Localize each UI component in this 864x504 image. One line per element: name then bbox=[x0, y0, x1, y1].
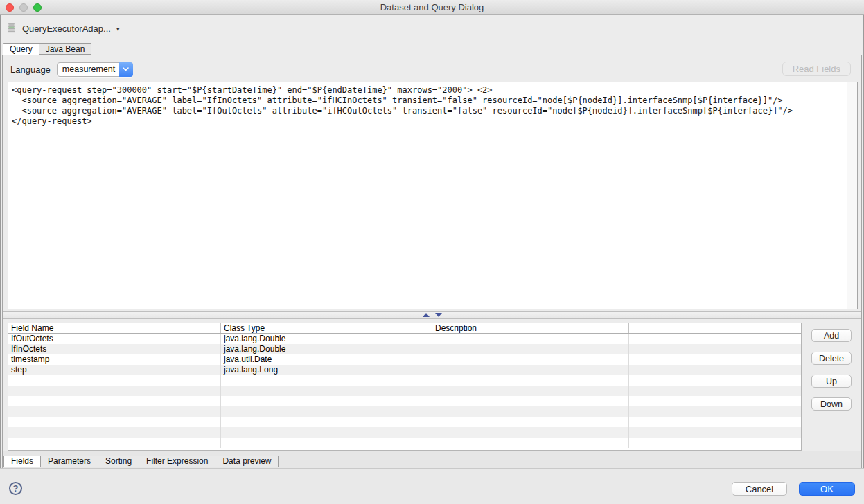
table-row bbox=[8, 417, 801, 427]
table-cell bbox=[629, 365, 801, 375]
table-cell bbox=[432, 354, 629, 365]
down-button[interactable]: Down bbox=[811, 397, 852, 411]
table-cell bbox=[432, 417, 629, 427]
column-header-extra[interactable] bbox=[629, 323, 801, 333]
table-cell bbox=[432, 427, 629, 438]
table-cell bbox=[629, 427, 801, 438]
query-text-area[interactable]: <query-request step="300000" start="$P{s… bbox=[8, 82, 858, 309]
cancel-button[interactable]: Cancel bbox=[732, 482, 787, 496]
table-cell bbox=[221, 406, 432, 417]
table-cell: java.util.Date bbox=[221, 354, 432, 365]
zoom-window-button[interactable] bbox=[33, 3, 42, 12]
table-cell bbox=[221, 417, 432, 427]
table-row bbox=[8, 427, 801, 438]
title-bar: Dataset and Query Dialog bbox=[0, 0, 864, 15]
tab-parameters[interactable]: Parameters bbox=[41, 456, 98, 467]
top-tab-bar: QueryJava Bean bbox=[3, 43, 91, 55]
table-cell bbox=[221, 396, 432, 406]
table-cell bbox=[629, 396, 801, 406]
language-row: Language measurement bbox=[10, 62, 133, 77]
table-cell bbox=[629, 375, 801, 386]
column-header-description[interactable]: Description bbox=[432, 323, 629, 333]
table-row[interactable]: timestampjava.util.Date bbox=[8, 354, 801, 365]
add-button[interactable]: Add bbox=[811, 329, 852, 342]
tab-fields[interactable]: Fields bbox=[3, 456, 41, 467]
bottom-tab-strip: FieldsParametersSortingFilter Expression… bbox=[3, 451, 861, 468]
up-button[interactable]: Up bbox=[811, 375, 852, 388]
footer-buttons: Cancel OK bbox=[732, 482, 855, 496]
table-cell bbox=[629, 417, 801, 427]
table-cell: java.lang.Double bbox=[221, 344, 432, 354]
data-adapter-dropdown[interactable]: QueryExecutorAdap... ▾ bbox=[7, 21, 119, 35]
dataset-query-dialog-window: Dataset and Query Dialog QueryExecutorAd… bbox=[0, 0, 864, 504]
splitter-down-icon[interactable] bbox=[435, 313, 442, 317]
table-cell bbox=[221, 386, 432, 396]
close-window-button[interactable] bbox=[6, 3, 14, 12]
help-button[interactable]: ? bbox=[9, 482, 22, 495]
language-label: Language bbox=[10, 64, 51, 75]
table-cell bbox=[221, 427, 432, 438]
table-cell bbox=[221, 438, 432, 448]
table-cell bbox=[432, 365, 629, 375]
table-cell bbox=[629, 334, 801, 344]
ok-button[interactable]: OK bbox=[799, 482, 855, 496]
table-cell: timestamp bbox=[8, 354, 221, 365]
table-cell bbox=[8, 417, 221, 427]
table-row bbox=[8, 386, 801, 396]
splitter-up-icon[interactable] bbox=[423, 313, 430, 317]
tab-java-bean[interactable]: Java Bean bbox=[39, 43, 92, 55]
fields-table: Field NameClass TypeDescription IfOutOct… bbox=[8, 323, 802, 451]
table-cell bbox=[432, 438, 629, 448]
splitter-handle[interactable] bbox=[3, 311, 861, 319]
table-cell bbox=[432, 386, 629, 396]
query-line: <source aggregation="AVERAGE" label="IfI… bbox=[12, 96, 846, 106]
table-cell bbox=[629, 386, 801, 396]
fields-table-body: IfOutOctetsjava.lang.DoubleIfInOctetsjav… bbox=[8, 334, 801, 448]
tab-sorting[interactable]: Sorting bbox=[98, 456, 139, 467]
tab-data-preview[interactable]: Data preview bbox=[215, 456, 279, 467]
window-title: Dataset and Query Dialog bbox=[0, 0, 864, 15]
table-cell bbox=[8, 396, 221, 406]
read-fields-button[interactable]: Read Fields bbox=[782, 62, 851, 76]
table-row bbox=[8, 375, 801, 386]
table-action-buttons: AddDeleteUpDown bbox=[811, 329, 853, 411]
table-cell bbox=[629, 344, 801, 354]
table-cell bbox=[629, 438, 801, 448]
tab-filter-expression[interactable]: Filter Expression bbox=[139, 456, 215, 467]
table-row[interactable]: IfOutOctetsjava.lang.Double bbox=[8, 334, 801, 344]
query-scrollbar[interactable] bbox=[847, 82, 857, 309]
language-selected-value: measurement bbox=[58, 64, 119, 74]
delete-button[interactable]: Delete bbox=[811, 352, 852, 365]
query-text: <query-request step="300000" start="$P{s… bbox=[8, 82, 846, 309]
table-row[interactable]: IfInOctetsjava.lang.Double bbox=[8, 344, 801, 354]
dialog-footer: ? Cancel OK bbox=[0, 468, 864, 504]
table-cell: step bbox=[8, 365, 221, 375]
dropdown-caret-icon: ▾ bbox=[116, 24, 120, 33]
table-cell: IfInOctets bbox=[8, 344, 221, 354]
table-cell bbox=[8, 375, 221, 386]
query-tab-panel: Language measurement Read Fields <query-… bbox=[2, 55, 862, 468]
column-header-class-type[interactable]: Class Type bbox=[221, 323, 432, 333]
table-row[interactable]: stepjava.lang.Long bbox=[8, 365, 801, 375]
database-icon bbox=[7, 23, 17, 34]
table-cell bbox=[8, 438, 221, 448]
tab-query[interactable]: Query bbox=[3, 43, 39, 55]
query-line: <query-request step="300000" start="$P{s… bbox=[12, 85, 846, 96]
table-cell bbox=[432, 406, 629, 417]
adapter-label: QueryExecutorAdap... bbox=[22, 24, 111, 34]
chevron-down-icon bbox=[119, 62, 133, 77]
table-cell bbox=[432, 344, 629, 354]
minimize-window-button[interactable] bbox=[19, 3, 28, 12]
traffic-lights bbox=[6, 3, 42, 12]
column-header-field-name[interactable]: Field Name bbox=[8, 323, 221, 333]
language-select[interactable]: measurement bbox=[57, 62, 133, 77]
table-cell bbox=[432, 396, 629, 406]
table-cell: IfOutOctets bbox=[8, 334, 221, 344]
table-row bbox=[8, 438, 801, 448]
table-cell bbox=[432, 375, 629, 386]
query-line: <source aggregation="AVERAGE" label="IfO… bbox=[12, 106, 846, 116]
table-cell bbox=[8, 427, 221, 438]
table-cell: java.lang.Double bbox=[221, 334, 432, 344]
query-line: </query-request> bbox=[12, 116, 846, 127]
table-cell bbox=[432, 334, 629, 344]
